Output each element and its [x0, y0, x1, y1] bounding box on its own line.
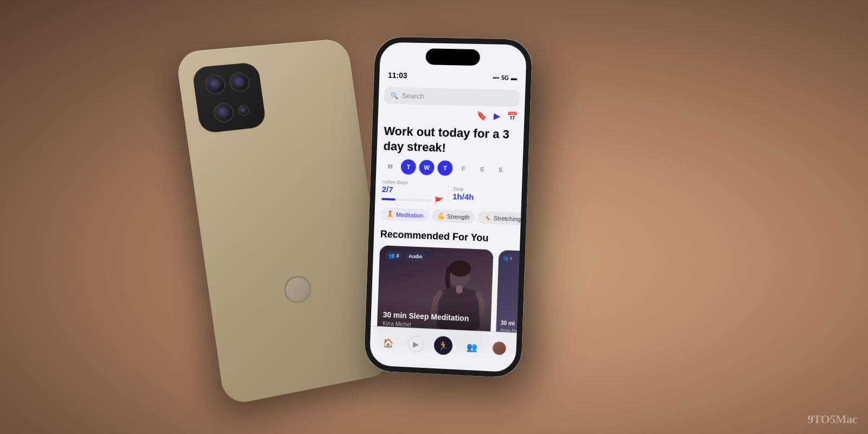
progress-bar [381, 198, 431, 202]
day-friday: F [456, 161, 471, 176]
camera-lens-3 [213, 101, 235, 123]
stats-divider [448, 186, 449, 202]
bottom-navigation: 🏠 ▶ 🏃 👥 [368, 326, 518, 374]
bookmark-icon[interactable]: 🔖 [476, 110, 488, 121]
strength-icon: 💪 [437, 212, 445, 219]
card-tags: 👥 3 Audio [385, 251, 426, 261]
people-count: 3 [396, 253, 399, 258]
community-nav-icon: 👥 [462, 337, 481, 357]
day-thursday: T [437, 160, 453, 176]
day-monday: M [382, 158, 398, 174]
meditation-label: Meditation [396, 211, 424, 219]
watermark: 9TO5Mac [808, 412, 857, 426]
day-sunday: S [493, 162, 508, 178]
strength-label: Strength [447, 213, 470, 220]
side-people-count: 3 [509, 256, 512, 261]
category-strength[interactable]: 💪 Strength [432, 209, 475, 224]
action-button [283, 274, 313, 305]
status-icons: ▪▪▪ 5G ▬ [493, 74, 517, 81]
camera-lens-1 [204, 74, 227, 95]
camera-module [192, 62, 266, 134]
stretching-icon: 🤸 [484, 214, 492, 221]
active-days-stat: Active Days 2/7 🚩 [381, 179, 444, 206]
video-icon[interactable]: ▶ [494, 111, 501, 121]
time-value: 1h/4h [452, 192, 515, 203]
progress-row: 🚩 [381, 195, 443, 206]
home-nav-icon: 🏠 [379, 333, 398, 352]
audio-label: Audio [409, 253, 423, 259]
time-stat: Time 1h/4h [452, 186, 515, 203]
flag-icon: 🚩 [434, 196, 443, 206]
search-placeholder: Search [401, 92, 424, 100]
profile-avatar [491, 340, 507, 356]
main-title: Work out today for a 3 day streak! [375, 121, 525, 163]
progress-fill [381, 198, 395, 201]
side-people-icon: 👥 [503, 256, 508, 260]
nav-play[interactable]: ▶ [407, 336, 424, 353]
battery-icon: ▬ [511, 75, 518, 81]
stats-section: Active Days 2/7 🚩 Time 1h/4h [374, 179, 523, 213]
nav-community[interactable]: 👥 [462, 337, 481, 357]
phone-back [175, 38, 394, 406]
search-bar[interactable]: 🔍 Search [384, 87, 520, 107]
people-icon: 👥 [388, 253, 394, 258]
side-card-tag: 👥 3 [503, 256, 521, 261]
camera-flash [237, 104, 250, 116]
nav-home[interactable]: 🏠 [379, 333, 398, 352]
nav-profile[interactable] [491, 340, 507, 356]
day-saturday: S [474, 161, 490, 177]
network-type: 5G [501, 75, 509, 81]
category-stretching[interactable]: 🤸 Stretching [478, 211, 522, 225]
status-time: 11:03 [388, 71, 407, 80]
camera-lens-2 [228, 72, 251, 93]
category-meditation[interactable]: 🧘 Meditation [381, 208, 429, 222]
dynamic-island [425, 48, 480, 66]
stretching-label: Stretching [494, 215, 521, 222]
nav-workout[interactable]: 🏃 [433, 336, 452, 355]
people-count-tag: 👥 3 [385, 251, 403, 260]
calendar-icon[interactable]: 📅 [507, 111, 518, 122]
meditation-icon: 🧘 [386, 210, 394, 218]
phone-screen: 11:03 ▪▪▪ 5G ▬ 🔍 Search 🔖 ▶ 📅 Work out t… [368, 41, 528, 374]
audio-tag: Audio [405, 252, 426, 261]
signal-icon: ▪▪▪ [493, 74, 499, 81]
phone-front: 11:03 ▪▪▪ 5G ▬ 🔍 Search 🔖 ▶ 📅 Work out t… [364, 37, 533, 379]
day-wednesday: W [419, 159, 435, 175]
play-nav-icon: ▶ [407, 336, 424, 353]
search-icon: 🔍 [391, 92, 399, 99]
workout-nav-icon: 🏃 [433, 336, 452, 355]
day-tuesday: T [401, 159, 417, 175]
active-days-value: 2/7 [382, 184, 444, 196]
